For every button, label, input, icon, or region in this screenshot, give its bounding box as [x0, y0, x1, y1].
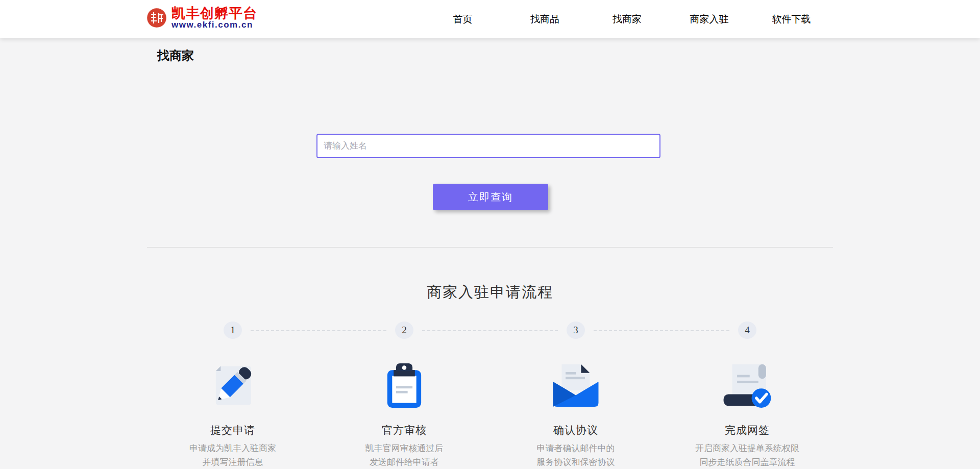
contract-check-icon	[719, 362, 775, 409]
step-description-line: 申请成为凯丰入驻商家	[189, 441, 276, 455]
clipboard-icon	[376, 362, 432, 409]
step-title: 确认协议	[553, 423, 598, 437]
step-title: 官方审核	[382, 423, 427, 437]
step-connector-dashed-line	[251, 330, 386, 331]
section-divider	[147, 247, 833, 248]
step-number-badge: 1	[224, 322, 242, 339]
process-step-sign: 4 完成网签 开启商家入驻提单系统权限 同步走纸质合同盖章流程	[662, 322, 833, 469]
step-description-line: 同步走纸质合同盖章流程	[695, 455, 799, 469]
nav-item-software-download[interactable]: 软件下载	[750, 13, 832, 26]
logo-text: 凯丰创孵平台 www.ekfi.com.cn	[172, 6, 257, 30]
envelope-icon	[548, 362, 604, 409]
seal-stamp-icon	[146, 7, 167, 29]
process-step-submit: 1 提交申请 申请成为凯丰入驻商家 并填写注册信息	[147, 322, 318, 469]
page-root: 凯丰创孵平台 www.ekfi.com.cn 首页 找商品 找商家 商家入驻 软…	[0, 0, 980, 469]
step-number-badge: 4	[738, 322, 756, 339]
step-description-line: 服务协议和保密协议	[537, 455, 615, 469]
step-title: 提交申请	[210, 423, 255, 437]
step-description-line: 开启商家入驻提单系统权限	[695, 441, 799, 455]
main-nav: 首页 找商品 找商家 商家入驻 软件下载	[422, 0, 832, 38]
step-description-line: 凯丰官网审核通过后	[365, 441, 444, 455]
step-connector-dashed-line	[594, 330, 729, 331]
top-navbar: 凯丰创孵平台 www.ekfi.com.cn 首页 找商品 找商家 商家入驻 软…	[0, 0, 980, 38]
process-step-review: 2 官方审核 凯丰官网审核通过后 发送邮件给申请者	[318, 322, 490, 469]
process-step-confirm: 3 确认协议 申请者确认邮件中的 服务协议和保密协议	[490, 322, 662, 469]
step-description-line: 并填写注册信息	[189, 455, 276, 469]
step-description: 申请成为凯丰入驻商家 并填写注册信息	[189, 441, 276, 469]
process-steps: 1 提交申请 申请成为凯丰入驻商家 并填写注册信息 2	[147, 322, 833, 469]
step-description: 开启商家入驻提单系统权限 同步走纸质合同盖章流程	[695, 441, 799, 469]
logo-url: www.ekfi.com.cn	[172, 20, 257, 30]
step-description-line: 申请者确认邮件中的	[537, 441, 615, 455]
step-description: 凯丰官网审核通过后 发送邮件给申请者	[365, 441, 444, 469]
site-logo[interactable]: 凯丰创孵平台 www.ekfi.com.cn	[146, 6, 257, 30]
nav-item-merchant-entry[interactable]: 商家入驻	[668, 13, 750, 26]
step-number-badge: 2	[395, 322, 413, 339]
name-search-input[interactable]	[316, 134, 660, 158]
process-section-title: 商家入驻申请流程	[0, 282, 980, 303]
nav-item-find-merchants[interactable]: 找商家	[586, 13, 668, 26]
step-description-line: 发送邮件给申请者	[365, 455, 444, 469]
step-number-badge: 3	[567, 322, 585, 339]
nav-item-home[interactable]: 首页	[422, 13, 504, 26]
step-description: 申请者确认邮件中的 服务协议和保密协议	[537, 441, 615, 469]
step-connector-dashed-line	[422, 330, 558, 331]
edit-document-icon	[205, 362, 261, 409]
step-title: 完成网签	[725, 423, 770, 437]
query-now-button[interactable]: 立即查询	[433, 184, 548, 210]
nav-item-find-products[interactable]: 找商品	[504, 13, 586, 26]
page-title: 找商家	[157, 47, 194, 64]
logo-title: 凯丰创孵平台	[172, 6, 257, 20]
